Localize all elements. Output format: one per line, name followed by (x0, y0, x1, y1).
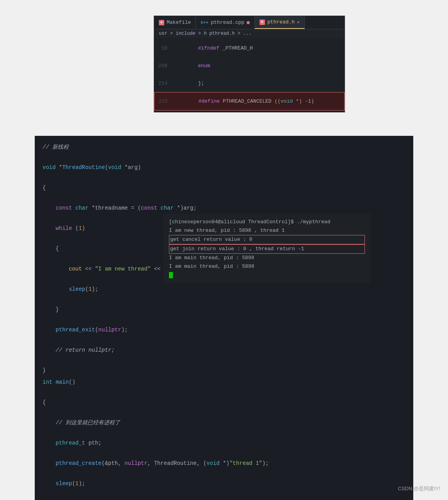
brace-open-1: { (43, 183, 405, 193)
brace-close-while-1: } (43, 304, 405, 315)
code-line-208: 208 enum (154, 57, 345, 75)
thread-func-decl: void *ThreadRoutine(void *arg) (43, 162, 405, 173)
tab-makefile-label: Makefile (167, 20, 191, 25)
line-num-18: 18 (154, 45, 174, 51)
tab-pthread-cpp[interactable]: C++ pthread.cpp (196, 16, 255, 29)
int-main-decl: int main() (43, 377, 405, 387)
top-editor-panel: M Makefile C++ pthread.cpp h pthread.h ✕… (154, 16, 345, 112)
tab-bar: M Makefile C++ pthread.cpp h pthread.h ✕ (154, 16, 345, 29)
line-content-215: #define PTHREAD_CANCELED ((void *) -1) (174, 93, 314, 110)
cpp-icon: C++ (201, 20, 208, 25)
line-num-215: 215 (155, 98, 174, 104)
csdn-watermark: CSDN @是阿建IY! (398, 485, 440, 492)
main-func-block: int main() { // 到这里就已经有进程了 pthread_t pth… (35, 377, 413, 500)
terminal-line-5: I am main thread, pid : 5898 (169, 254, 365, 262)
terminal-popup: [chineseperson04@alicloud ThreadControl]… (164, 214, 370, 283)
sleep-line-1: sleep(1); (43, 284, 405, 294)
comment-new-thread: // 新线程 (43, 142, 405, 152)
makefile-icon: M (159, 20, 164, 25)
sleep-main-1: sleep(1); (43, 479, 405, 489)
terminal-line-2: I am new thread, pid : 5898 , thread 1 (169, 226, 365, 235)
tab-cpp-label: pthread.cpp (211, 20, 244, 25)
comment-return: // return nullptr; (43, 345, 405, 355)
terminal-line-3-highlight: get cancel return value : 0 (169, 235, 365, 244)
terminal-line-6: I am main thread, pid : 5898 (169, 262, 365, 279)
pthread-create-line: pthread_create(&pth, nullptr, ThreadRout… (43, 458, 405, 468)
pthread-t-line: pthread_t pth; (43, 438, 405, 448)
line-num-214: 214 (154, 80, 174, 86)
line-num-208: 208 (154, 63, 174, 69)
terminal-line-1: [chineseperson04@alicloud ThreadControl]… (169, 218, 365, 226)
brace-close-thread: } (43, 365, 405, 375)
code-line-215: 215 #define PTHREAD_CANCELED ((void *) -… (154, 92, 345, 110)
code-line-18: 18 #ifndef _PTHREAD_H (154, 39, 345, 57)
tab-makefile[interactable]: M Makefile (154, 16, 196, 29)
tab-h-label: pthread.h (267, 19, 295, 25)
main-code-panel: // 新线程 void *ThreadRoutine(void *arg) { … (35, 136, 413, 500)
code-line-214: 214 }; (154, 75, 345, 92)
pthread-exit-line: pthread_exit(nullptr); (43, 325, 405, 335)
modified-dot (247, 21, 250, 24)
breadcrumb: usr > include > h pthread.h > ... (154, 29, 345, 38)
top-code-area: 18 #ifndef _PTHREAD_H 208 enum 214 }; 21… (154, 38, 345, 112)
h-icon: h (260, 20, 265, 25)
breadcrumb-text: usr > include > h pthread.h > ... (159, 31, 252, 36)
tab-close-icon[interactable]: ✕ (297, 20, 300, 25)
comment-process: // 到这里就已经有进程了 (43, 418, 405, 428)
tab-pthread-h[interactable]: h pthread.h ✕ (255, 16, 305, 29)
const-line: const char *threadname = (const char *)a… (43, 203, 405, 213)
line-content-214: }; (174, 75, 204, 92)
brace-open-main: { (43, 397, 405, 407)
line-content-18: #ifndef _PTHREAD_H (174, 39, 253, 57)
terminal-line-4-highlight: get join return value : 0 , thread retur… (169, 244, 365, 254)
line-content-208: enum (174, 57, 210, 75)
terminal-cursor (169, 272, 173, 278)
